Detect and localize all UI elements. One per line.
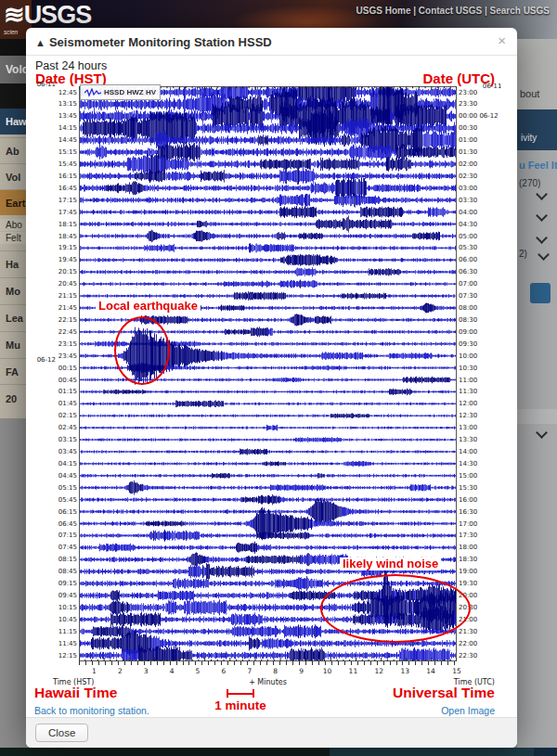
hst-time-label: 20:45 xyxy=(58,280,77,288)
utc-time-label: 07:00 xyxy=(459,280,477,288)
trace-legend-label: HSSD HWZ HV xyxy=(104,88,156,96)
hst-time-label: 21:15 xyxy=(58,292,77,301)
utc-time-label: 16:00 xyxy=(459,496,477,505)
hst-time-label: 08:45 xyxy=(58,568,77,576)
utc-time-label: 02:30 xyxy=(459,173,477,181)
utc-time-label: 09:00 xyxy=(459,328,477,337)
utc-time-label: 19:30 xyxy=(459,580,477,588)
search-button-fragment[interactable] xyxy=(530,283,551,303)
observatory-bar-fragment: Haw xyxy=(0,109,26,135)
utc-time-label: 13:30 xyxy=(459,436,477,444)
sidebar-item[interactable]: 20 xyxy=(0,384,26,412)
hst-time-label: 04:45 xyxy=(58,472,77,481)
back-to-station-link[interactable]: Back to monitoring station. xyxy=(34,705,149,716)
minute-tick-label: 3 xyxy=(137,667,154,675)
hst-time-label: 00:45 xyxy=(58,377,77,385)
utc-time-label: 01:00 xyxy=(459,136,477,145)
sidebar-item[interactable]: Abo xyxy=(0,219,26,231)
utc-time-label: 21:30 xyxy=(459,628,477,636)
banner-dark-fragment xyxy=(0,83,26,109)
hst-time-label: 23:45 xyxy=(58,352,77,361)
minute-tick-label: 8 xyxy=(267,667,284,675)
minute-tick-label: 6 xyxy=(215,667,232,675)
usgs-header-links[interactable]: USGS Home | Contact USGS | Search USGS xyxy=(356,6,550,16)
close-button[interactable]: Close xyxy=(35,724,88,742)
chevron-down-icon[interactable] xyxy=(536,188,548,200)
about-link-fragment[interactable]: bout xyxy=(520,88,539,99)
utc-time-label: 22:30 xyxy=(459,652,477,660)
minute-tick-label: 13 xyxy=(396,667,413,675)
one-minute-label: 1 minute xyxy=(208,698,273,712)
earthquake-circle-annotation xyxy=(114,316,170,385)
utc-time-label: 05:30 xyxy=(459,244,477,252)
wind-noise-annotation: likely wind noise xyxy=(340,557,441,570)
usgs-logo[interactable]: ≋USGS xyxy=(4,0,91,30)
utc-time-label: 23:00 xyxy=(459,89,477,97)
chevron-down-icon[interactable] xyxy=(536,232,548,244)
hst-time-label: 06:45 xyxy=(58,520,77,529)
chevron-down-icon[interactable] xyxy=(538,249,550,261)
sidebar-item[interactable]: Mu xyxy=(0,331,26,358)
hst-time-label: 12:45 xyxy=(58,89,77,97)
hst-time-label: 03:45 xyxy=(58,448,77,456)
sidebar-item[interactable]: Felt xyxy=(0,232,26,244)
modal-header: ▲Seismometer Monitoring Station HSSD × xyxy=(26,28,517,56)
minute-tick-label: 9 xyxy=(293,667,310,675)
sidebar-item[interactable]: Eart xyxy=(0,189,26,215)
modal-title: ▲Seismometer Monitoring Station HSSD xyxy=(35,35,272,49)
utc-time-label: 13:00 xyxy=(459,424,477,432)
did-you-feel-it-link-fragment[interactable]: u Feel It? xyxy=(519,160,557,171)
bottom-navy-fragment xyxy=(534,748,557,756)
chevron-down-icon[interactable] xyxy=(536,427,548,439)
hst-time-label: 20:15 xyxy=(58,268,77,276)
sidebar-item[interactable]: Ab xyxy=(0,137,26,163)
minute-tick-label: 2 xyxy=(111,667,128,675)
usgs-tagline: scien xyxy=(4,29,18,35)
hst-time-label: 12:15 xyxy=(58,652,77,660)
minute-tick-label: 14 xyxy=(422,667,439,675)
hst-time-label: 11:15 xyxy=(58,628,77,636)
utc-time-label: 00:00 06-12 xyxy=(459,112,499,121)
minute-tick-label: 10 xyxy=(319,667,336,675)
sidebar-item[interactable]: Ha xyxy=(0,250,26,277)
utc-time-label: 17:00 xyxy=(459,520,477,529)
utc-time-label: 00:30 xyxy=(459,124,477,133)
sidebar-item[interactable]: FA xyxy=(0,358,26,384)
page-left-edge: Volc Haw AbVolEartAboFeltHaMoLeaMuFA20 xyxy=(0,39,26,748)
open-image-link[interactable]: Open Image xyxy=(441,705,495,716)
utc-time-label: 03:00 xyxy=(459,185,477,193)
hst-time-label: 19:45 xyxy=(58,256,77,264)
chevron-down-icon[interactable] xyxy=(536,210,548,222)
hst-time-label: 13:15 xyxy=(58,100,77,109)
utc-time-label: 12:30 xyxy=(459,412,477,420)
hst-date-top: 06-11 xyxy=(32,81,56,88)
hst-time-label: 21:45 xyxy=(58,304,77,313)
minutes-tick-ruler xyxy=(79,661,457,665)
hst-time-label: 16:15 xyxy=(58,173,77,181)
hst-time-label: 05:45 xyxy=(58,496,77,505)
earthquake-count-fragment: (270) xyxy=(519,178,540,188)
hst-time-label: 07:15 xyxy=(58,532,77,540)
minute-tick-label: 12 xyxy=(370,667,387,675)
hst-time-label: 09:15 xyxy=(58,580,77,588)
hst-time-label: 14:15 xyxy=(58,124,77,133)
hst-time-label: 00:15 xyxy=(58,365,77,373)
utc-time-label: 02:00 xyxy=(459,160,477,169)
hst-time-label: 01:45 xyxy=(58,400,77,408)
sidebar-item[interactable]: Mo xyxy=(0,277,26,304)
close-icon[interactable]: × xyxy=(498,33,506,48)
hst-time-label: 22:15 xyxy=(58,316,77,325)
sidebar-nav: AbVolEartAboFeltHaMoLeaMuFA20 xyxy=(0,135,26,418)
sidebar-item[interactable]: Lea xyxy=(0,304,26,331)
activity-heading-fragment: ivity xyxy=(521,133,537,143)
screen: USGS Home | Contact USGS | Search USGS ≋… xyxy=(0,0,557,756)
sidebar-item[interactable]: Vol xyxy=(0,163,26,189)
utc-time-label: 01:30 xyxy=(459,148,477,157)
trace-sample-icon xyxy=(84,88,101,97)
page-bottom-photo xyxy=(0,748,557,756)
hst-time-label: 13:45 xyxy=(58,112,77,121)
hst-time-label: 09:45 xyxy=(58,592,77,600)
utc-time-label: 05:00 xyxy=(459,233,477,241)
minute-tick-label: 7 xyxy=(241,667,258,675)
hst-time-label: 10:15 xyxy=(58,604,77,612)
